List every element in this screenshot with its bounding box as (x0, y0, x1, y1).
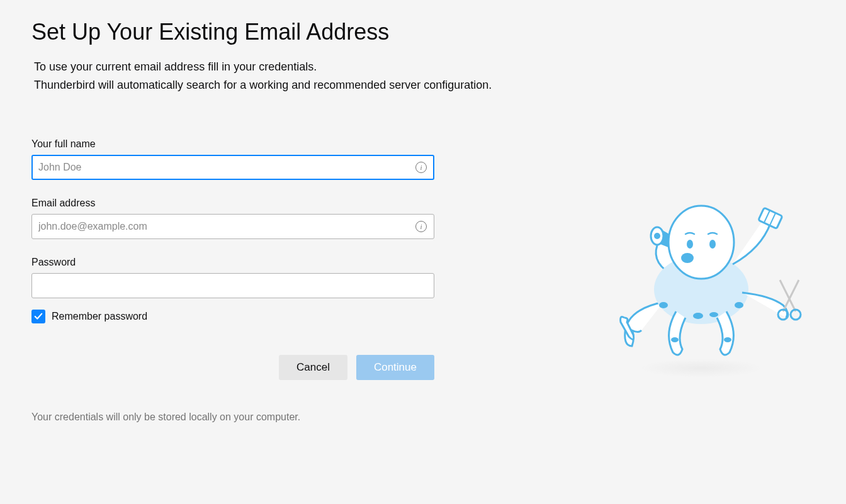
intro-text: To use your current email address fill i… (31, 58, 815, 94)
intro-line-1: To use your current email address fill i… (34, 58, 815, 76)
svg-point-12 (681, 253, 694, 263)
button-row: Cancel Continue (31, 355, 434, 380)
svg-point-9 (668, 206, 734, 279)
page-title: Set Up Your Existing Email Address (31, 19, 815, 45)
svg-point-6 (709, 312, 718, 317)
svg-point-5 (693, 313, 703, 319)
remember-password-group: Remember password (31, 310, 434, 323)
cancel-button[interactable]: Cancel (279, 355, 347, 380)
remember-password-label: Remember password (52, 311, 147, 322)
email-input[interactable] (31, 214, 434, 239)
intro-line-2: Thunderbird will automatically search fo… (34, 76, 815, 94)
svg-point-1 (654, 233, 660, 239)
octopus-icon (601, 182, 802, 371)
fullname-group: Your full name i (31, 138, 434, 180)
info-icon[interactable]: i (415, 162, 427, 173)
svg-point-8 (659, 302, 668, 308)
svg-line-17 (783, 280, 799, 311)
svg-point-4 (724, 337, 731, 342)
password-label: Password (31, 257, 434, 268)
password-input[interactable] (31, 273, 434, 298)
remember-password-checkbox[interactable] (31, 310, 45, 323)
footer-text: Your credentials will only be stored loc… (31, 412, 434, 423)
email-group: Email address i (31, 198, 434, 239)
password-group: Password (31, 257, 434, 298)
checkmark-icon (34, 312, 43, 321)
fullname-input[interactable] (31, 155, 434, 180)
fullname-label: Your full name (31, 138, 434, 150)
svg-point-3 (671, 337, 679, 342)
mascot-illustration (601, 182, 802, 371)
setup-form: Your full name i Email address i Passwor… (31, 138, 434, 423)
email-label: Email address (31, 198, 434, 209)
svg-point-10 (687, 240, 693, 249)
mascot-shadow (638, 359, 764, 378)
svg-point-7 (735, 302, 743, 308)
info-icon[interactable]: i (415, 221, 427, 232)
svg-point-11 (709, 240, 716, 249)
continue-button[interactable]: Continue (356, 355, 434, 380)
